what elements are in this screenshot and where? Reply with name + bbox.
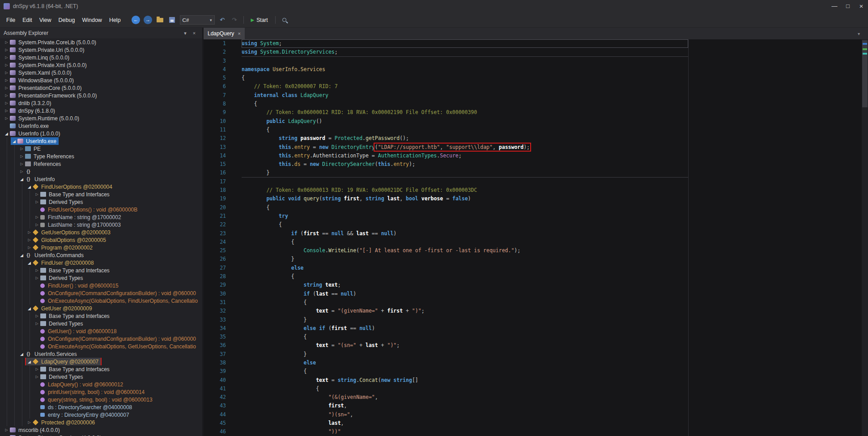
tree-item[interactable]: ▷mscorlib (4.0.0.0): [0, 426, 202, 434]
close-button[interactable]: ×: [855, 0, 868, 13]
expander-icon[interactable]: ◢: [18, 253, 25, 258]
expander-icon[interactable]: ◢: [26, 360, 33, 364]
expander-icon[interactable]: ▷: [3, 109, 10, 113]
tree-item[interactable]: ◢{}UserInfo.Services: [0, 350, 202, 358]
tree-item[interactable]: OnConfigure(ICommandConfigurationBuilder…: [0, 289, 202, 297]
tree-item[interactable]: ▷System.Xaml (5.0.0.0): [0, 69, 202, 76]
scrollbar-thumb[interactable]: [862, 40, 868, 107]
tree-item[interactable]: ▷Derived Types: [0, 373, 202, 381]
expander-icon[interactable]: ▷: [34, 192, 40, 196]
redo-button[interactable]: ↷: [230, 15, 239, 25]
menu-item-help[interactable]: Help: [106, 15, 124, 25]
undo-button[interactable]: ↶: [218, 15, 227, 25]
tree-item[interactable]: printUser(string, bool) : void @06000014: [0, 388, 202, 396]
tree-item[interactable]: query(string, string, bool) : void @0600…: [0, 396, 202, 403]
tree-item[interactable]: ◢LdapQuery @02000007: [0, 358, 202, 365]
tree-item[interactable]: ▷dnSpy (6.1.8.0): [0, 107, 202, 114]
expander-icon[interactable]: ▷: [26, 246, 33, 250]
expander-icon[interactable]: ◢: [26, 185, 33, 189]
expander-icon[interactable]: ▷: [3, 40, 10, 44]
tree-item[interactable]: ▷{}: [0, 168, 202, 175]
tree-item[interactable]: ◢FindUserOptions @02000004: [0, 183, 202, 190]
expander-icon[interactable]: ◢: [26, 306, 33, 311]
tree-item[interactable]: ◢{}UserInfo.Commands: [0, 251, 202, 259]
navigate-forward-button[interactable]: →: [144, 15, 153, 25]
menu-item-view[interactable]: View: [36, 15, 55, 25]
expander-icon[interactable]: ▷: [34, 223, 40, 227]
tree-item[interactable]: ▷GlobalOptions @02000005: [0, 236, 202, 244]
tree-item[interactable]: ◢{}UserInfo: [0, 175, 202, 183]
expander-icon[interactable]: ▷: [3, 71, 10, 75]
language-select[interactable]: C# ▾: [180, 15, 215, 25]
tree-item[interactable]: ▷PresentationCore (5.0.0.0): [0, 84, 202, 92]
tree-item[interactable]: ▷Protected @02000006: [0, 419, 202, 426]
panel-close-button[interactable]: ×: [190, 30, 199, 36]
tree-item[interactable]: ▷PresentationFramework (5.0.0.0): [0, 92, 202, 99]
tree-item[interactable]: ▷GetUserOptions @02000003: [0, 229, 202, 236]
save-all-button[interactable]: [168, 15, 177, 25]
tree-item[interactable]: ◢UserInfo.exe: [0, 137, 202, 145]
expander-icon[interactable]: ▷: [34, 268, 40, 272]
tree-item[interactable]: ▷System.Private.Uri (5.0.0.0): [0, 46, 202, 54]
tree-item[interactable]: ▷WindowsBase (5.0.0.0): [0, 76, 202, 84]
expander-icon[interactable]: ▷: [3, 63, 10, 67]
menu-item-window[interactable]: Window: [78, 15, 105, 25]
expander-icon[interactable]: ▷: [34, 322, 40, 326]
expander-icon[interactable]: ◢: [18, 177, 25, 182]
expander-icon[interactable]: ▷: [34, 314, 40, 318]
tree-item[interactable]: ▷Base Type and Interfaces: [0, 190, 202, 198]
tab-ldapquery[interactable]: LdapQuery ×: [204, 28, 245, 39]
expander-icon[interactable]: ▷: [34, 200, 40, 204]
tree-item[interactable]: ◢FindUser @02000008: [0, 259, 202, 267]
menu-item-edit[interactable]: Edit: [19, 15, 36, 25]
tree-item[interactable]: OnConfigure(ICommandConfigurationBuilder…: [0, 335, 202, 343]
tab-close-icon[interactable]: ×: [238, 31, 240, 36]
tree-item[interactable]: ▷Derived Types: [0, 274, 202, 282]
tree-item[interactable]: ◢GetUser @02000009: [0, 305, 202, 312]
expander-icon[interactable]: ▷: [3, 55, 10, 59]
expander-icon[interactable]: ▷: [26, 230, 33, 234]
tree-item[interactable]: OnExecuteAsync(GlobalOptions, GetUserOpt…: [0, 343, 202, 350]
tree-item[interactable]: FindUserOptions() : void @0600000B: [0, 206, 202, 213]
tree-item[interactable]: ◢UserInfo (1.0.0.0): [0, 130, 202, 137]
tree-item[interactable]: FindUser() : void @06000015: [0, 282, 202, 289]
tree-item[interactable]: ▷Base Type and Interfaces: [0, 267, 202, 274]
expander-icon[interactable]: ▷: [3, 116, 10, 120]
tree-item[interactable]: ds : DirectorySearcher @04000008: [0, 403, 202, 411]
tree-item[interactable]: ▷Derived Types: [0, 320, 202, 327]
expander-icon[interactable]: ▷: [3, 101, 10, 105]
tab-list-button[interactable]: ▾: [858, 28, 868, 39]
search-button[interactable]: [280, 15, 289, 25]
tree-item[interactable]: ▷System.Runtime (5.0.0.0): [0, 114, 202, 122]
expander-icon[interactable]: ▷: [18, 147, 25, 151]
tree-item[interactable]: ▷Derived Types: [0, 198, 202, 206]
menu-item-debug[interactable]: Debug: [55, 15, 79, 25]
expander-icon[interactable]: ▷: [3, 86, 10, 90]
expander-icon[interactable]: ▷: [3, 78, 10, 82]
tree-item[interactable]: ▷dnlib (3.3.2.0): [0, 99, 202, 107]
tree-item[interactable]: ▷System.Linq (5.0.0.0): [0, 54, 202, 61]
expander-icon[interactable]: ▷: [34, 215, 40, 219]
expander-icon[interactable]: ▷: [34, 375, 40, 379]
expander-icon[interactable]: ▷: [3, 48, 10, 52]
expander-icon[interactable]: ▷: [18, 169, 25, 174]
expander-icon[interactable]: ▷: [3, 428, 10, 432]
tree-item[interactable]: LdapQuery() : void @06000012: [0, 381, 202, 388]
expander-icon[interactable]: ▷: [26, 238, 33, 242]
navigate-back-button[interactable]: ←: [132, 15, 140, 25]
tree-item[interactable]: ▷PE: [0, 145, 202, 152]
expander-icon[interactable]: ▷: [3, 93, 10, 97]
expander-icon[interactable]: ◢: [26, 261, 33, 265]
expander-icon[interactable]: ◢: [18, 352, 25, 356]
tree-item[interactable]: OnExecuteAsync(GlobalOptions, FindUserOp…: [0, 297, 202, 305]
panel-menu-button[interactable]: ▾: [181, 30, 190, 36]
tree-item[interactable]: ▷Type References: [0, 152, 202, 160]
expander-icon[interactable]: ▷: [34, 367, 40, 371]
menu-item-file[interactable]: File: [3, 15, 19, 25]
tree-item[interactable]: ▷System.Private.Xml (5.0.0.0): [0, 61, 202, 69]
tree-item[interactable]: ▷System.DirectoryServices (4.0.0.0): [0, 434, 202, 436]
expander-icon[interactable]: ▷: [18, 162, 25, 166]
expander-icon[interactable]: ▷: [26, 420, 33, 424]
expander-icon[interactable]: ▷: [34, 276, 40, 280]
tree-item[interactable]: ▷System.Private.CoreLib (5.0.0.0): [0, 38, 202, 46]
